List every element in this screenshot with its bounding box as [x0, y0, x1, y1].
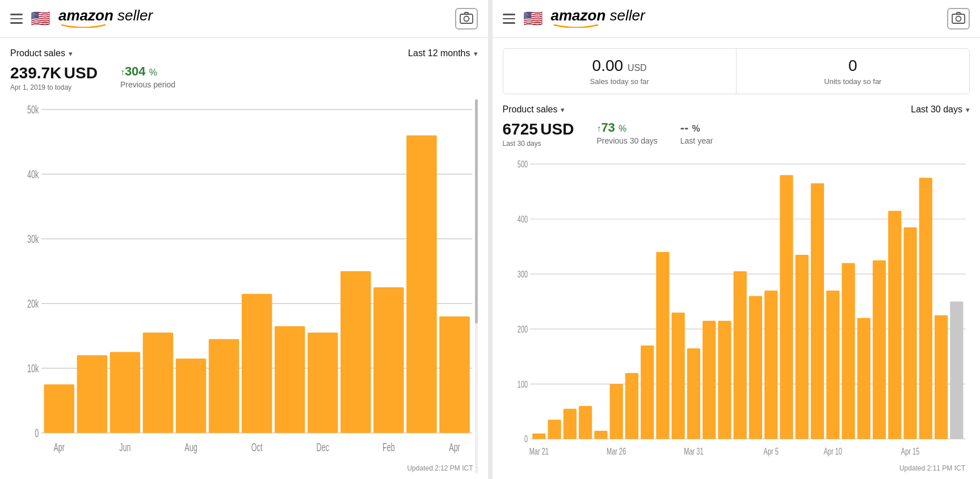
svg-rect-61	[733, 271, 746, 439]
svg-text:0: 0	[524, 434, 528, 444]
svg-text:0: 0	[35, 427, 39, 439]
svg-rect-74	[934, 316, 947, 439]
right-updated: Updated 2:11 PM ICT	[899, 464, 965, 472]
svg-text:Aug: Aug	[184, 441, 197, 453]
svg-rect-26	[439, 317, 469, 433]
right-metric-label: Product sales	[503, 104, 558, 115]
svg-rect-69	[857, 318, 870, 439]
svg-text:Feb: Feb	[382, 441, 395, 453]
svg-rect-24	[373, 287, 403, 432]
svg-rect-53	[609, 384, 623, 439]
svg-text:Dec: Dec	[317, 441, 329, 453]
left-updated: Updated 2:12 PM ICT	[407, 464, 473, 472]
left-scrollbar[interactable]	[475, 99, 478, 473]
svg-text:Apr: Apr	[449, 441, 460, 453]
right-logo-arrow	[553, 20, 599, 30]
svg-rect-15	[77, 355, 107, 433]
left-metric-chevron: ▾	[69, 49, 73, 58]
left-period-chevron: ▾	[474, 49, 478, 58]
svg-rect-59	[703, 321, 716, 439]
left-logo: amazon seller	[58, 8, 153, 30]
left-hamburger-menu[interactable]	[10, 14, 23, 24]
svg-rect-58	[687, 348, 700, 439]
svg-rect-25	[406, 135, 436, 432]
svg-rect-50	[563, 409, 576, 439]
svg-rect-54	[625, 373, 638, 439]
right-controls: Product sales ▾ Last 30 days ▾	[503, 104, 970, 115]
right-header: 🇺🇸 amazon seller	[493, 0, 981, 38]
left-change-value: ↑304 %	[120, 64, 175, 79]
left-logo-light: seller	[113, 7, 153, 24]
left-main-stats: 239.7K USD Apr 1, 2019 to today ↑304 % P…	[10, 64, 478, 91]
svg-text:100: 100	[517, 379, 528, 389]
svg-rect-51	[578, 406, 591, 439]
right-logo-light: seller	[605, 7, 645, 24]
units-today-label: Units today so far	[746, 77, 960, 86]
svg-text:40k: 40k	[27, 168, 39, 180]
svg-rect-17	[143, 333, 173, 433]
left-metric-dropdown[interactable]: Product sales ▾	[10, 48, 73, 58]
right-na-block: -- % Last year	[680, 120, 713, 145]
left-period-dropdown[interactable]: Last 12 months ▾	[408, 48, 477, 58]
right-panel: 🇺🇸 amazon seller 0.00 USD Sales	[488, 0, 981, 479]
units-today-box: 0 Units today so far	[737, 49, 969, 94]
svg-text:Mar 26: Mar 26	[606, 446, 625, 456]
left-chart-svg: 50k40k30k20k10k0AprJunAugOctDecFebApr	[10, 99, 478, 473]
right-hamburger-menu[interactable]	[503, 14, 515, 24]
right-camera-icon[interactable]	[947, 8, 970, 30]
svg-text:400: 400	[517, 214, 528, 225]
sales-today-value: 0.00 USD	[512, 57, 727, 75]
sales-today-label: Sales today so far	[512, 77, 727, 86]
svg-text:Jun: Jun	[119, 441, 131, 453]
right-main-value: 6725	[503, 120, 538, 138]
left-main-value-block: 239.7K USD Apr 1, 2019 to today	[10, 64, 98, 91]
svg-rect-65	[795, 255, 808, 439]
svg-rect-57	[671, 313, 684, 439]
svg-rect-0	[460, 14, 473, 23]
svg-text:10k: 10k	[27, 362, 39, 374]
left-camera-icon[interactable]	[455, 8, 478, 30]
left-change-block: ↑304 % Previous period	[120, 64, 175, 89]
left-metric-label: Product sales	[10, 48, 65, 58]
left-controls: Product sales ▾ Last 12 months ▾	[10, 48, 478, 58]
svg-text:Mar 21: Mar 21	[529, 446, 548, 456]
right-change-block: ↑73 % Previous 30 days	[596, 120, 657, 145]
right-period-chevron: ▾	[966, 106, 970, 114]
svg-rect-62	[748, 296, 762, 439]
svg-rect-34	[952, 14, 965, 23]
svg-rect-66	[810, 183, 823, 439]
svg-rect-63	[764, 291, 777, 439]
svg-text:Oct: Oct	[251, 441, 263, 453]
svg-text:50k: 50k	[27, 103, 39, 115]
right-logo: amazon seller	[551, 8, 645, 30]
svg-rect-21	[275, 326, 305, 433]
svg-text:20k: 20k	[27, 297, 39, 309]
svg-rect-70	[872, 260, 885, 439]
right-period-label: Last 30 days	[911, 104, 962, 115]
right-chart-svg: 5004003002001000Mar 21Mar 26Mar 31Apr 5A…	[503, 156, 970, 473]
right-period-dropdown[interactable]: Last 30 days ▾	[911, 104, 970, 115]
left-date-range: Apr 1, 2019 to today	[10, 83, 98, 91]
right-date-range: Last 30 days	[503, 140, 574, 148]
right-main-stats: 6725 USD Last 30 days ↑73 % Previous 30 …	[503, 120, 970, 148]
svg-text:Apr 10: Apr 10	[823, 446, 842, 456]
svg-rect-52	[594, 431, 607, 439]
svg-rect-49	[548, 420, 561, 439]
svg-text:Apr 15: Apr 15	[901, 446, 919, 456]
svg-rect-72	[903, 228, 916, 439]
svg-text:Mar 31: Mar 31	[684, 446, 703, 456]
units-today-value: 0	[746, 57, 960, 75]
svg-text:500: 500	[517, 159, 528, 170]
left-scroll-thumb[interactable]	[475, 99, 478, 323]
right-main-unit: USD	[540, 120, 574, 138]
svg-rect-60	[718, 321, 731, 439]
left-chart-area: 50k40k30k20k10k0AprJunAugOctDecFebApr Up…	[10, 99, 478, 473]
right-metric-dropdown[interactable]: Product sales ▾	[503, 104, 565, 115]
right-main-value-block: 6725 USD Last 30 days	[503, 120, 574, 148]
right-na-value: -- %	[680, 120, 713, 135]
right-flag: 🇺🇸	[523, 11, 543, 27]
right-change-period: Previous 30 days	[596, 136, 657, 145]
left-flag: 🇺🇸	[31, 11, 51, 27]
left-content: Product sales ▾ Last 12 months ▾ 239.7K …	[0, 38, 488, 479]
right-change-value: ↑73 %	[596, 120, 657, 135]
